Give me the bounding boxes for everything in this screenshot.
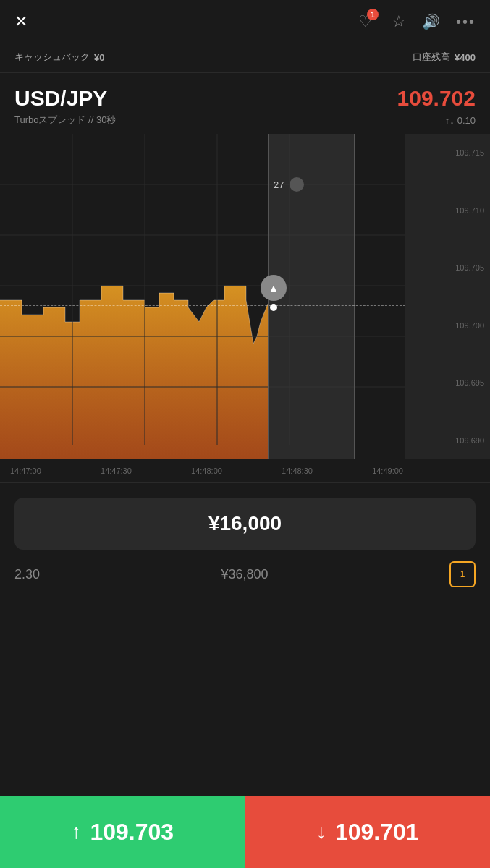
spread-arrow: ↑↓ <box>445 115 455 126</box>
header: ✕ ♡ 1 ☆ 🔊 ••• <box>0 0 490 43</box>
star-icon[interactable]: ☆ <box>392 12 406 31</box>
current-price: 109.702 <box>397 86 476 111</box>
account-bar: キャッシュバック ¥0 口座残高 ¥400 <box>0 43 490 73</box>
time-axis: 14:47:00 14:47:30 14:48:00 14:48:30 14:4… <box>0 459 490 483</box>
header-icons: ♡ 1 ☆ 🔊 ••• <box>355 12 476 32</box>
price-label-4: 109.700 <box>411 321 484 330</box>
up-price: 109.703 <box>90 819 174 846</box>
notification-badge: 1 <box>367 9 379 20</box>
price-label-2: 109.710 <box>411 206 484 215</box>
buy-down-button[interactable]: ↓ 109.701 <box>245 796 491 868</box>
spread-value: 0.10 <box>457 115 476 126</box>
balance-label: 口座残高 ¥400 <box>413 51 476 64</box>
time-label-4: 14:48:30 <box>282 467 313 475</box>
buy-up-button[interactable]: ↑ 109.703 <box>0 796 245 868</box>
price-label-3: 109.705 <box>411 263 484 272</box>
price-label-1: 109.715 <box>411 148 484 157</box>
pair-row: USD/JPY 109.702 <box>14 86 476 111</box>
time-label-2: 14:47:30 <box>101 467 132 475</box>
cashback-label: キャッシュバック ¥0 <box>14 51 104 64</box>
stat-icon-label: 1 <box>460 569 465 579</box>
down-price: 109.701 <box>335 819 419 846</box>
spread-info: ↑↓ 0.10 <box>445 115 476 126</box>
time-label-3: 14:48:00 <box>191 467 222 475</box>
stats-row: 2.30 ¥36,800 1 <box>0 550 490 599</box>
amount-display[interactable]: ¥16,000 <box>14 498 476 550</box>
pair-sub-label: Turboスプレッド // 30秒 <box>14 114 116 127</box>
notification-icon[interactable]: ♡ 1 <box>355 12 376 32</box>
trade-section: ¥16,000 <box>0 483 490 550</box>
close-button[interactable]: ✕ <box>14 12 28 31</box>
price-labels: 109.715 109.710 109.705 109.700 109.695 … <box>405 134 490 459</box>
time-badge <box>290 177 304 192</box>
down-arrow-icon: ↓ <box>316 820 326 843</box>
pair-name: USD/JPY <box>14 86 107 111</box>
pair-sub: Turboスプレッド // 30秒 ↑↓ 0.10 <box>14 114 476 127</box>
stat-payout: ¥36,800 <box>221 567 268 582</box>
crosshair-time: 27 <box>274 177 304 192</box>
balance-value: ¥400 <box>455 52 476 63</box>
price-label-5: 109.695 <box>411 378 484 387</box>
chart-container[interactable]: 109.715 109.710 109.705 109.700 109.695 … <box>0 134 490 459</box>
time-label-1: 14:47:00 <box>10 467 41 475</box>
cashback-value: ¥0 <box>94 52 104 63</box>
stat-icon[interactable]: 1 <box>449 561 476 587</box>
price-marker-bubble: ▲ <box>261 275 287 301</box>
up-arrow-icon: ↑ <box>71 820 81 843</box>
crosshair-time-value: 27 <box>274 179 284 190</box>
time-label-5: 14:49:00 <box>372 467 403 475</box>
price-level-line <box>0 305 405 306</box>
sound-icon[interactable]: 🔊 <box>422 13 440 30</box>
trade-buttons: ↑ 109.703 ↓ 109.701 <box>0 796 490 868</box>
more-icon[interactable]: ••• <box>456 14 476 30</box>
stat-multiplier: 2.30 <box>14 567 40 582</box>
pair-info: USD/JPY 109.702 Turboスプレッド // 30秒 ↑↓ 0.1… <box>0 73 490 134</box>
price-label-6: 109.690 <box>411 436 484 445</box>
